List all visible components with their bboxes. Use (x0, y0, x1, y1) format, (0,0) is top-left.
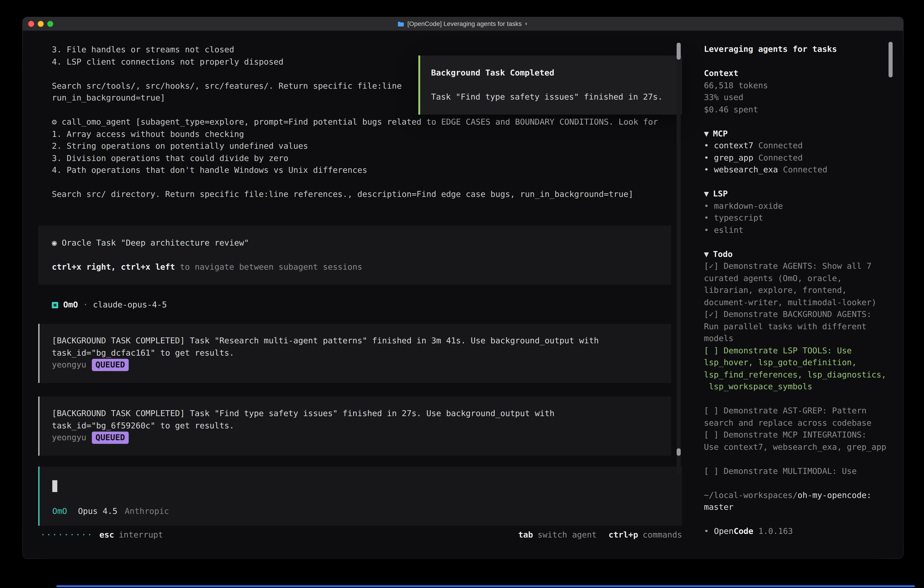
sidebar-scrollbar-thumb[interactable] (889, 42, 893, 77)
todo-section-header[interactable]: ▼Todo (704, 248, 903, 260)
sidebar-scrollbar[interactable] (889, 42, 893, 542)
tab-hint-group: tab switch agent (518, 529, 597, 541)
oracle-task-title: Oracle Task "Deep architecture review" (62, 238, 249, 248)
close-button[interactable] (28, 21, 34, 27)
hint-keys: ctrl+x right, ctrl+x left (52, 262, 175, 271)
app-body: 3. File handles or streams not closed 4.… (23, 31, 903, 558)
chat-scrollbar[interactable] (676, 43, 681, 474)
record-icon: ◉ (52, 238, 57, 248)
window-title-group: [OpenCode] Leveraging agents for tasks ◐ (398, 18, 529, 30)
mcp-name: context7 (714, 140, 753, 152)
session-busy-icon: ◐ (525, 18, 529, 30)
prompt-input[interactable]: OmO Opus 4.5 Anthropic (38, 467, 682, 526)
agent-header: OmO · claude-opus-4-5 (52, 299, 167, 311)
mcp-name: grep_app (714, 152, 753, 164)
subagent-nav-hint: ctrl+x right, ctrl+x left to navigate be… (52, 261, 671, 273)
minimize-button[interactable] (38, 21, 44, 27)
ctrlp-key-label: commands (643, 529, 682, 541)
chevron-down-icon: ▼ (704, 249, 709, 259)
todo-item-pending: [ ] Demonstrate MCP INTEGRATIONS: Use co… (704, 429, 903, 453)
mcp-status: Connected (758, 152, 803, 164)
mcp-section-header[interactable]: ▼MCP (704, 127, 903, 140)
workspace-branch: master (704, 502, 733, 512)
active-model-label: Opus 4.5 (78, 505, 117, 517)
lsp-heading: LSP (713, 189, 728, 198)
todo-item-done: [✓] Demonstrate AGENTS: Show all 7 curat… (704, 260, 903, 308)
lsp-item: •typescript (704, 212, 903, 224)
bullet-icon: • (704, 164, 714, 176)
lsp-item: •eslint (704, 224, 903, 236)
mcp-heading: MCP (713, 129, 728, 138)
status-bar: ········· esc interrupt tab switch agent… (40, 529, 682, 541)
background-accent-bar (56, 585, 915, 587)
bullet-icon: • (704, 152, 714, 164)
window-titlebar[interactable]: [OpenCode] Leveraging agents for tasks ◐ (23, 17, 903, 31)
oracle-task-panel: ◉ Oracle Task "Deep architecture review"… (38, 226, 671, 285)
hint-text: to navigate between subagent sessions (175, 262, 362, 271)
status-badge: QUEUED (92, 431, 129, 444)
folder-icon (398, 21, 404, 26)
todo-item-active: [ ] Demonstrate LSP TOOLS: Use lsp_hover… (704, 345, 903, 393)
mcp-status: Connected (783, 164, 827, 176)
lsp-name: eslint (714, 224, 744, 236)
session-sidebar: Leveraging agents for tasks Context 66,5… (694, 31, 903, 558)
session-title: Leveraging agents for tasks (704, 43, 903, 55)
text-cursor (52, 480, 57, 492)
window-title: [OpenCode] Leveraging agents for tasks (408, 18, 522, 30)
status-left: ········· esc interrupt (40, 529, 163, 541)
terminal-window: [OpenCode] Leveraging agents for tasks ◐… (23, 17, 903, 558)
oracle-task-title-line: ◉ Oracle Task "Deep architecture review" (52, 237, 671, 249)
app-version-footer: •OpenCode1.0.163 (704, 525, 903, 537)
app-version: 1.0.163 (758, 525, 793, 537)
commands-hint-group: ctrl+p commands (609, 529, 682, 541)
message-text: [BACKGROUND TASK COMPLETED] Task "Find t… (52, 408, 671, 431)
mcp-item: •websearch_exaConnected (704, 164, 903, 176)
message-meta: yeongyu QUEUED (52, 359, 671, 371)
ctrlp-key-hint: ctrl+p (609, 529, 638, 541)
model-info-row: OmO Opus 4.5 Anthropic (52, 505, 169, 517)
agent-name: OmO (63, 299, 78, 311)
context-stats: 66,518 tokens 33% used $0.46 spent (704, 79, 903, 116)
chat-scrollbar-thumb[interactable] (676, 448, 681, 456)
background-task-toast[interactable]: Background Task Completed Task "Find typ… (418, 56, 682, 115)
workspace-path-prefix: ~/local-workspaces/ (704, 490, 798, 500)
message-text: [BACKGROUND TASK COMPLETED] Task "Resear… (52, 335, 671, 359)
todo-item-pending: [ ] Demonstrate AST-GREP: Pattern search… (704, 405, 903, 429)
bullet-icon: • (704, 525, 714, 537)
todo-item-pending: [ ] Demonstrate MULTIMODAL: Use (704, 465, 903, 477)
mcp-status: Connected (758, 140, 803, 152)
mcp-item: •context7Connected (704, 140, 903, 152)
message-block: [BACKGROUND TASK COMPLETED] Task "Resear… (38, 324, 671, 383)
context-heading: Context (704, 67, 903, 79)
bullet-icon: • (704, 140, 714, 152)
app-name-code: Code (734, 525, 754, 537)
zoom-button[interactable] (47, 21, 53, 27)
status-badge: QUEUED (92, 359, 129, 371)
bullet-icon: • (704, 212, 714, 224)
traffic-lights (28, 17, 53, 30)
workspace-path: ~/local-workspaces/oh-my-opencode: maste… (704, 489, 903, 513)
active-agent-label: OmO (52, 505, 67, 517)
agent-square-icon (52, 302, 58, 308)
workspace-repo: oh-my-opencode: (798, 490, 871, 500)
esc-key-label: interrupt (119, 529, 163, 541)
chat-main-area: 3. File handles or streams not closed 4.… (23, 31, 694, 558)
provider-label: Anthropic (125, 505, 169, 517)
chevron-down-icon: ▼ (704, 129, 709, 138)
chevron-down-icon: ▼ (704, 189, 709, 198)
message-author: yeongyu (52, 431, 86, 444)
lsp-name: typescript (714, 212, 763, 224)
bullet-icon: • (704, 200, 714, 212)
app-name-open: Open (714, 525, 734, 537)
mcp-name: websearch_exa (714, 164, 778, 176)
lsp-section-header[interactable]: ▼LSP (704, 188, 903, 200)
todo-heading: Todo (713, 249, 733, 259)
desktop: [OpenCode] Leveraging agents for tasks ◐… (0, 0, 924, 588)
tab-key-label: switch agent (538, 529, 597, 541)
chat-scrollbar-thumb[interactable] (676, 43, 681, 59)
mcp-item: •grep_appConnected (704, 152, 903, 164)
agent-model: claude-opus-4-5 (93, 299, 167, 311)
toast-title: Background Task Completed (431, 67, 671, 79)
message-block: [BACKGROUND TASK COMPLETED] Task "Find t… (38, 396, 671, 456)
lsp-item: •markdown-oxide (704, 200, 903, 212)
